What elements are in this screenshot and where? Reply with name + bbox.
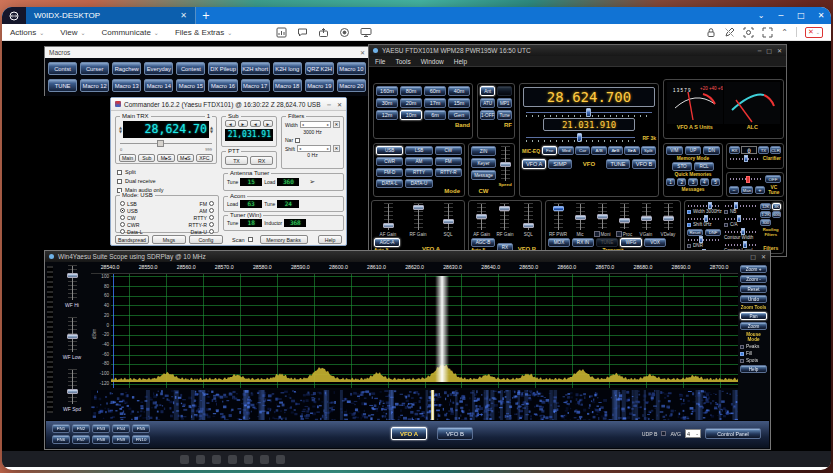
band-button[interactable]: 6m [424, 110, 446, 120]
w4y-maximize-icon[interactable]: □ [766, 47, 772, 54]
cw-speed-slider[interactable] [501, 146, 510, 182]
memory-banks-button[interactable]: Memory Banks [260, 235, 308, 244]
tx-slider[interactable]: RF PWR [548, 203, 568, 237]
roofing-filter-button[interactable]: 1.2K [760, 211, 771, 218]
cw-function-button[interactable]: ZIN [471, 146, 496, 156]
mic-eq-button[interactable]: Med [558, 146, 573, 155]
mode-button[interactable]: CWR [376, 157, 403, 166]
maximize-button[interactable]: □ [791, 7, 811, 24]
freq-up-down-spinner[interactable]: ▲▼ [210, 121, 213, 138]
quick-memory-button[interactable]: 5 [711, 178, 720, 186]
commander-bottom-button[interactable]: Bandspread [115, 235, 149, 244]
filter-slider-row[interactable]: Width 3000Hz [687, 203, 721, 214]
scope-close-icon[interactable]: ✕ [761, 253, 766, 260]
gain-slider[interactable]: AF Gain [374, 203, 402, 237]
agc-button[interactable]: AGC-A [374, 238, 400, 247]
mode-button[interactable]: RTTY-R [435, 168, 462, 177]
help-button[interactable]: Help [318, 235, 342, 244]
gain-slider[interactable]: AF Gain [471, 203, 492, 237]
macro-button[interactable]: TUNE [48, 79, 77, 92]
filter-slider-row[interactable]: C/A [724, 216, 757, 227]
sub-step-button[interactable]: ◂ [250, 120, 261, 127]
udp-checkbox[interactable] [661, 431, 666, 436]
rf-button[interactable]: Tune [497, 110, 512, 120]
transmit-button[interactable]: VOX [644, 238, 666, 247]
vfo-a-slider[interactable] [524, 108, 654, 117]
vfo-op-button[interactable]: VFO B [632, 159, 656, 169]
macros-close-icon[interactable]: ✕ [360, 49, 365, 56]
fn-button[interactable]: FN4 [112, 424, 130, 433]
scope-help-button[interactable]: Help [740, 365, 767, 373]
fn-button[interactable]: FN9 [112, 435, 130, 444]
vfo-a-toggle[interactable]: VFO A [391, 427, 427, 440]
stats-icon[interactable] [276, 27, 287, 38]
mouse-mode-checkbox[interactable]: Peaks [740, 344, 767, 349]
quick-memory-button[interactable]: 3 [688, 178, 697, 186]
roofing-filter-button[interactable]: 300 [760, 219, 771, 226]
waterfall-slider[interactable]: WF Spd [54, 369, 90, 413]
fullscreen-icon[interactable] [762, 27, 773, 38]
rx-button[interactable]: RX [250, 156, 273, 165]
mode-button[interactable]: FM [435, 157, 462, 166]
fn-button[interactable]: FN10 [132, 435, 150, 444]
shift-clear-icon[interactable]: ✕ [333, 145, 340, 152]
taskbar-icon[interactable] [244, 455, 253, 464]
taskbar-icon[interactable] [260, 455, 269, 464]
mode-radio[interactable]: USB [120, 207, 167, 214]
vc-tune-minus-button[interactable]: − [729, 186, 739, 194]
nar-checkbox[interactable] [295, 138, 300, 143]
waterfall-slider[interactable]: WF Hi [54, 265, 90, 309]
roofing-filter-button[interactable]: 12K [760, 203, 771, 210]
vfo-b-toggle[interactable]: VFO B [437, 427, 473, 440]
band-button[interactable]: 30m [376, 98, 398, 108]
scan-icon[interactable] [743, 27, 754, 38]
mouse-mode-checkbox[interactable]: Fill [740, 351, 767, 356]
quick-memory-button[interactable]: 4 [700, 178, 709, 186]
shift-slider[interactable]: ◂▸ [297, 145, 331, 152]
reset-button[interactable]: Reset [740, 285, 767, 293]
macro-button[interactable]: Contest [176, 62, 205, 75]
vc-tune-slider[interactable] [730, 177, 762, 182]
vc-tune-plus-button[interactable]: + [755, 186, 765, 194]
memory-store-button[interactable]: STO [672, 162, 692, 171]
mode-button[interactable]: DATA-L [376, 179, 403, 188]
mode-button[interactable]: RTTY [405, 168, 432, 177]
width-clear-icon[interactable]: ✕ [333, 121, 340, 128]
macro-button[interactable]: Macro 12 [80, 79, 109, 92]
tx-slider[interactable]: VDelay [658, 203, 678, 237]
macro-button[interactable]: Macro 16 [208, 79, 237, 92]
commander-bottom-button[interactable]: Msgs [152, 235, 186, 244]
macro-button[interactable]: K2H long [273, 62, 302, 75]
dnf-button[interactable]: DNF [705, 229, 721, 236]
band-button[interactable]: 20m [400, 98, 422, 108]
taskbar-icon[interactable] [180, 455, 189, 464]
taskbar-icon[interactable] [212, 455, 221, 464]
w4y-menu-item[interactable]: Tools [395, 58, 410, 65]
filter-slider-row[interactable]: DNR [687, 237, 721, 248]
vfo-select-button[interactable]: SIMP [548, 159, 572, 169]
close-button[interactable]: ✕ [811, 7, 831, 24]
w4y-menu-item[interactable]: File [375, 58, 385, 65]
band-button[interactable]: 60m [424, 86, 446, 96]
filter-reset-button[interactable]: Reset [687, 229, 703, 236]
scope-titlebar[interactable]: Win4Yaesu Suite Scope using SDRPlay @ 10… [45, 251, 770, 262]
band-button[interactable]: 40m [448, 86, 470, 96]
win4yaesu-titlebar[interactable]: YAESU FTDX101M WPM28 PWR195W 16:50 UTC ─… [369, 45, 786, 56]
macro-button[interactable]: Macro 17 [241, 79, 270, 92]
spectrum-canvas[interactable] [111, 274, 738, 388]
macro-button[interactable]: DX Pileup [208, 62, 237, 75]
menu-files-extras[interactable]: Files & Extras [175, 28, 232, 37]
vc-tune-man-button[interactable]: Man [741, 186, 754, 194]
tx-slider[interactable]: Proc [614, 203, 634, 237]
fn-button[interactable]: FN2 [72, 424, 90, 433]
vfo-op-button[interactable]: Main [119, 154, 136, 162]
quick-memory-button[interactable]: 1 [666, 178, 675, 186]
record-icon[interactable] [339, 27, 350, 38]
vfo-op-button[interactable]: TUNE [606, 159, 630, 169]
scope-drag-handle[interactable] [47, 266, 53, 413]
clarifier-tx-button[interactable]: TX [758, 146, 769, 154]
band-button[interactable]: 160m [376, 86, 398, 96]
tab-close-icon[interactable]: ✕ [180, 11, 187, 20]
macro-button[interactable]: Macro 19 [305, 79, 334, 92]
sub-step-button[interactable]: ▸ [238, 120, 249, 127]
